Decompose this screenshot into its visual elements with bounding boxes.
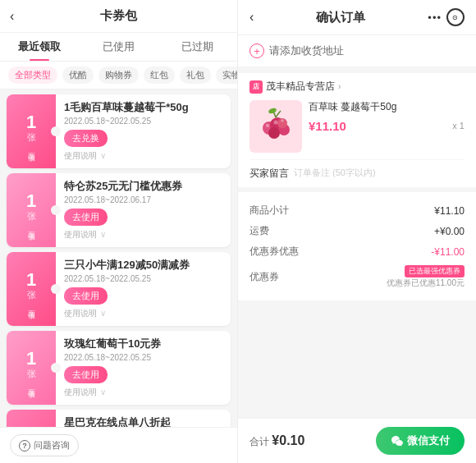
use-button-3[interactable]: 去使用 (64, 366, 108, 383)
coupon-right-4: 星巴克在线点单八折起 2022.02.09~2022.06.30 去使用 使用说… (56, 410, 231, 427)
coupon-tag[interactable]: 已选最强优惠券 (405, 265, 465, 277)
coupon-desc-label-0: 使用说明 (64, 150, 97, 162)
coupon-name-3: 玫瑰红葡萄干10元券 (64, 337, 222, 351)
list-item: 1 张 面值卡 星巴克在线点单八折起 2022.02.09~2022.06.30… (7, 410, 231, 427)
product-qty: x 1 (452, 121, 465, 131)
coupon-desc-0: 使用说明 ∨ (64, 150, 222, 162)
shop-icon: 店 (249, 80, 263, 94)
coupon-desc-arrow-2: ∨ (100, 309, 106, 318)
use-button-2[interactable]: 去使用 (64, 287, 108, 305)
coupon-left-0: 1 张 面值卡 (7, 94, 56, 168)
subtotal-row: 商品小计 ¥11.10 (249, 200, 465, 221)
left-footer: ? 问题咨询 (0, 427, 237, 463)
coupon-right-1: 特仑苏25元无门槛优惠券 2022.05.18~2022.06.17 去使用 使… (56, 173, 231, 247)
right-back-button[interactable]: ‹ (249, 10, 254, 25)
coupon-desc-arrow-1: ∨ (100, 230, 106, 239)
coupon-right-3: 玫瑰红葡萄干10元券 2022.05.18~2022.05.25 去使用 使用说… (56, 331, 231, 405)
coupon-left-3: 1 张 面值卡 (7, 331, 56, 405)
right-content: 请添加收货地址 店 茂丰精品专营店 › (238, 35, 476, 463)
tab-used[interactable]: 已使用 (79, 33, 158, 61)
product-row: 百草味 蔓越莓干50g ¥11.10 x 1 (249, 100, 465, 153)
pay-button[interactable]: 微信支付 (376, 427, 465, 455)
address-text: 请添加收货地址 (269, 44, 344, 58)
filter-row: 全部类型 优酷 购物券 红包 礼包 实物 (0, 62, 237, 89)
discount-row: 优惠券优惠 -¥11.00 (249, 241, 465, 262)
coupon-left-1: 1 张 面值卡 (7, 173, 56, 247)
shop-arrow: › (338, 82, 341, 91)
coupon-desc-label-2: 使用说明 (64, 308, 97, 319)
total-label: 合计 (249, 436, 269, 447)
coupon-date-1: 2022.05.18~2022.06.17 (64, 195, 222, 204)
help-button[interactable]: ? 问题咨询 (10, 434, 79, 456)
buyer-note-input[interactable]: 订单备注 (50字以内) (294, 167, 465, 179)
right-header: ‹ 确认订单 ••• ⊙ (238, 0, 476, 35)
list-item: 1 张 面值卡 玫瑰红葡萄干10元券 2022.05.18~2022.05.25… (7, 331, 231, 405)
coupon-number-0: 1 (26, 113, 36, 131)
buyer-note: 买家留言 订单备注 (50字以内) (249, 159, 465, 181)
total-amount: ¥0.10 (272, 433, 304, 447)
coupon-right-2: 三只小牛满129减50满减券 2022.05.18~2022.05.25 去使用… (56, 252, 231, 326)
left-tabs-row: 最近领取 已使用 已过期 (0, 33, 237, 62)
product-info: 百草味 蔓越莓干50g ¥11.10 x 1 (309, 100, 465, 133)
add-address-icon (249, 44, 264, 58)
coupon-actions-0: 去兑换 (64, 130, 222, 147)
coupon-side-0: 面值卡 (26, 147, 37, 149)
coupon-left-2: 1 张 面值卡 (7, 252, 56, 326)
filter-physical[interactable]: 实物 (216, 66, 237, 84)
coupon-number-2: 1 (26, 271, 36, 289)
coupon-name-2: 三只小牛满129减50满减券 (64, 259, 222, 273)
coupon-right-0: 1毛购百草味蔓越莓干*50g 2022.05.18~2022.05.25 去兑换… (56, 94, 231, 168)
coupon-date-0: 2022.05.18~2022.05.25 (64, 117, 222, 126)
coupon-actions-2: 去使用 (64, 287, 222, 305)
help-label: 问题咨询 (34, 439, 70, 452)
coupon-date-2: 2022.05.18~2022.05.25 (64, 274, 222, 283)
coupon-name-4: 星巴克在线点单八折起 (64, 416, 222, 427)
total-section: 合计 ¥0.10 (249, 433, 304, 449)
coupon-summary-right: 已选最强优惠券 优惠券已优惠11.00元 (387, 265, 465, 289)
coupon-number-3: 1 (26, 350, 36, 368)
pay-btn-label: 微信支付 (407, 433, 450, 448)
right-footer: 合计 ¥0.10 微信支付 (238, 418, 476, 463)
order-summary: 商品小计 ¥11.10 运费 +¥0.00 优惠券优惠 -¥11.00 优惠券 … (238, 192, 476, 300)
coupon-desc-1: 使用说明 ∨ (64, 229, 222, 241)
shop-name-row[interactable]: 店 茂丰精品专营店 › (249, 80, 465, 94)
discount-value: -¥11.00 (431, 246, 465, 258)
svg-point-4 (268, 127, 280, 139)
coupon-side-3: 面值卡 (26, 383, 37, 386)
shipping-value: +¥0.00 (434, 226, 465, 237)
filter-redpacket[interactable]: 红包 (144, 66, 175, 84)
filter-youku[interactable]: 优酷 (62, 66, 94, 84)
coupon-name-0: 1毛购百草味蔓越莓干*50g (64, 101, 222, 115)
shipping-row: 运费 +¥0.00 (249, 221, 465, 241)
list-item: 1 张 面值卡 1毛购百草味蔓越莓干*50g 2022.05.18~2022.0… (7, 94, 231, 168)
tab-recent[interactable]: 最近领取 (0, 33, 79, 61)
filter-all[interactable]: 全部类型 (8, 66, 57, 84)
coupon-list: 1 张 面值卡 1毛购百草味蔓越莓干*50g 2022.05.18~2022.0… (0, 89, 237, 427)
left-title: 卡券包 (100, 8, 137, 24)
use-button-1[interactable]: 去使用 (64, 209, 108, 226)
coupon-actions-1: 去使用 (64, 209, 222, 226)
use-button-0[interactable]: 去兑换 (64, 130, 108, 147)
discount-label: 优惠券优惠 (249, 245, 299, 259)
coupon-desc-arrow-0: ∨ (100, 151, 106, 160)
camera-icon: ⊙ (452, 14, 458, 21)
coupon-left-4: 1 张 面值卡 (7, 410, 56, 427)
buyer-note-label: 买家留言 (249, 167, 289, 181)
list-item: 1 张 面值卡 三只小牛满129减50满减券 2022.05.18~2022.0… (7, 252, 231, 326)
coupon-number-1: 1 (26, 192, 36, 210)
subtotal-label: 商品小计 (249, 204, 289, 218)
left-back-button[interactable]: ‹ (10, 9, 14, 24)
coupon-desc-arrow-3: ∨ (100, 387, 106, 397)
svg-point-6 (266, 124, 269, 127)
tab-expired[interactable]: 已过期 (158, 33, 237, 61)
menu-dots[interactable]: ••• (428, 11, 442, 24)
svg-point-8 (281, 119, 284, 122)
coupon-date-3: 2022.05.18~2022.05.25 (64, 353, 222, 362)
filter-shopping[interactable]: 购物券 (98, 66, 139, 84)
coupon-side-2: 面值卡 (26, 305, 37, 307)
product-image (249, 100, 302, 153)
address-section[interactable]: 请添加收货地址 (238, 35, 476, 66)
filter-gift[interactable]: 礼包 (180, 66, 211, 84)
coupon-desc-label-3: 使用说明 (64, 387, 97, 398)
camera-button[interactable]: ⊙ (446, 8, 465, 26)
